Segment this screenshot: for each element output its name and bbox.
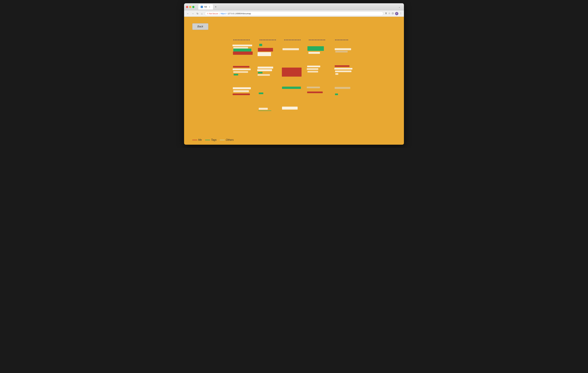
- col1-header: [233, 40, 250, 40]
- block-r2c5-white3: [335, 73, 338, 75]
- profile-icon[interactable]: P: [395, 12, 398, 15]
- forward-nav-button[interactable]: →: [191, 12, 195, 15]
- traffic-lights: [186, 6, 194, 8]
- address-bar: ← → ↻ ⌂ ⚠ Not Secure | https:// 127.0.0.…: [184, 10, 404, 17]
- tab-bar: NB ✕ +: [198, 4, 397, 10]
- security-warning: ⚠ Not Secure: [207, 12, 218, 15]
- block-r4c3-white: [282, 107, 298, 110]
- toolbar-icons: ⬆ ☆ ⊡ P ⋮: [385, 12, 402, 15]
- legend-others-label: Others: [226, 138, 234, 141]
- active-tab[interactable]: NB ✕: [198, 4, 213, 10]
- bookmark-icon[interactable]: ☆: [388, 12, 390, 15]
- block-r2c1-white2: [233, 71, 248, 73]
- block-r2c2-white1: [258, 67, 273, 69]
- block-r2c2-white2: [257, 69, 272, 71]
- back-nav-button[interactable]: ←: [186, 12, 190, 15]
- block-r1c1-white1: [232, 45, 252, 46]
- block-r2c4-white3: [307, 71, 318, 73]
- share-icon[interactable]: ⬆: [385, 12, 387, 15]
- back-button[interactable]: Back: [192, 23, 208, 30]
- tab-close-button[interactable]: ✕: [208, 6, 211, 8]
- block-r1c4-white: [308, 52, 320, 54]
- legend-tags-label: Tags: [211, 138, 217, 141]
- tab-favicon: [201, 6, 203, 8]
- block-r3c3-green: [282, 87, 301, 89]
- block-r2c3-red-large: [282, 68, 302, 77]
- browser-window: NB ✕ + ⌄ ← → ↻ ⌂ ⚠ Not Secure | https://…: [184, 3, 404, 145]
- legend-others: Others: [220, 138, 234, 141]
- block-r1c5-beige: [335, 51, 348, 52]
- col2-header: [260, 40, 276, 40]
- legend-others-line: [220, 140, 225, 140]
- minimize-button[interactable]: [189, 6, 191, 8]
- block-r1c1-red: [233, 52, 253, 55]
- legend-me: Me: [192, 138, 202, 141]
- block-r1c4-green: [307, 46, 324, 51]
- legend-me-line: [192, 140, 197, 140]
- page-content: Back: [184, 17, 404, 145]
- nav-buttons: ← → ↻ ⌂: [186, 12, 203, 15]
- block-r1c2-red: [258, 48, 273, 52]
- block-r2c1-red1: [233, 66, 249, 68]
- url-bar[interactable]: ⚠ Not Secure | https:// 127.0.0.1:8080/#…: [205, 11, 383, 16]
- col4-header: [309, 40, 325, 40]
- block-r2c1-white: [233, 69, 251, 70]
- reader-icon[interactable]: ⊡: [392, 12, 394, 15]
- legend-me-label: Me: [198, 138, 202, 141]
- new-tab-button[interactable]: +: [214, 5, 218, 9]
- legend-tags: Tags: [205, 138, 217, 141]
- close-button[interactable]: [186, 6, 188, 8]
- url-address: 127.0.0.1:8080/#/documap: [228, 12, 251, 15]
- block-r1c2-green-small: [259, 44, 262, 46]
- block-r2c5-red: [335, 65, 349, 67]
- col3-header: [284, 40, 301, 40]
- block-r4c2-white: [259, 108, 268, 110]
- block-r2c5-white2: [335, 71, 351, 72]
- block-r4c2-line: [258, 111, 271, 111]
- block-r2c5-white1: [334, 68, 352, 70]
- legend: Me Tags Others: [192, 138, 234, 141]
- col5-header: [335, 40, 348, 40]
- maximize-button[interactable]: [192, 6, 194, 8]
- block-r2c1-green: [234, 74, 238, 75]
- legend-tags-line: [205, 140, 210, 140]
- tab-label: NB: [204, 6, 207, 8]
- block-r1c1-green: [233, 49, 251, 52]
- block-r2c4-white1: [307, 66, 320, 67]
- block-r1c5-white1: [335, 48, 351, 50]
- block-r3c5-beige: [335, 87, 350, 89]
- block-r2c4-white2: [307, 68, 318, 70]
- home-button[interactable]: ⌂: [200, 12, 203, 15]
- block-r3c1-white2: [233, 90, 249, 92]
- block-r3c4-beige: [307, 87, 320, 88]
- menu-icon[interactable]: ⋮: [400, 12, 402, 15]
- block-r3c4-red: [307, 92, 323, 93]
- block-r1c3-white: [283, 48, 299, 50]
- block-r2c2-white3: [258, 74, 270, 76]
- url-separator: |: [219, 12, 220, 15]
- block-r3c2-green: [259, 93, 263, 94]
- url-https: https://: [221, 12, 227, 15]
- block-r1c2-white: [258, 52, 271, 56]
- block-r1c1-white2: [233, 47, 248, 49]
- window-controls: ⌄: [399, 6, 402, 8]
- reload-button[interactable]: ↻: [196, 12, 199, 15]
- block-r2c2-green: [258, 72, 262, 73]
- block-r3c1-white1: [233, 87, 251, 89]
- block-r3c1-red: [233, 93, 250, 95]
- block-r3c5-green: [335, 93, 338, 95]
- docmap-area: [200, 35, 396, 128]
- title-bar: NB ✕ + ⌄: [184, 3, 404, 10]
